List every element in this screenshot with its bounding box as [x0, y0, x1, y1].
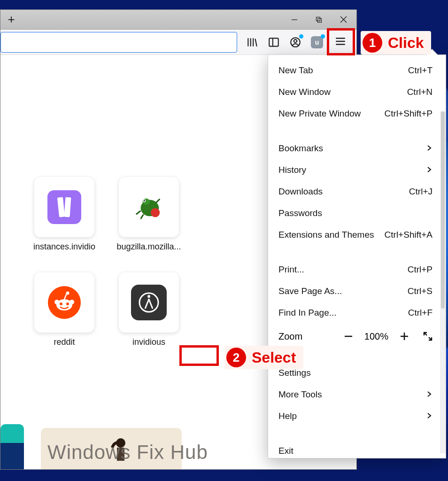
- menu-item-new-private-window[interactable]: New Private Window Ctrl+Shift+P: [268, 103, 446, 124]
- menu-label: Settings: [278, 368, 311, 378]
- shortcut: Ctrl+Shift+P: [385, 109, 433, 119]
- bugzilla-icon: [134, 192, 163, 223]
- tile-label: reddit: [54, 337, 75, 347]
- svg-point-26: [60, 303, 62, 305]
- svg-rect-1: [317, 17, 320, 21]
- tile-label: bugzilla.mozilla...: [116, 242, 181, 252]
- shortcut: Ctrl+N: [407, 87, 433, 97]
- menu-item-save-as[interactable]: Save Page As... Ctrl+S: [268, 280, 446, 302]
- top-site-tile[interactable]: bugzilla.mozilla...: [111, 177, 186, 252]
- menu-label: Exit: [278, 446, 294, 456]
- menu-item-zoom: Zoom 100%: [268, 324, 446, 349]
- fullscreen-button[interactable]: [420, 329, 435, 344]
- menu-scrollbar[interactable]: [440, 111, 446, 453]
- annotation-number: 2: [226, 348, 246, 367]
- invidio-icon: [47, 190, 81, 224]
- ublock-extension-icon[interactable]: u: [308, 33, 326, 52]
- menu-label: Passwords: [278, 208, 322, 218]
- annotation-text: Select: [252, 349, 296, 366]
- top-sites-grid: instances.invidio bugzilla.mozilla..: [27, 177, 186, 347]
- toolbar: u: [0, 30, 356, 55]
- svg-point-21: [144, 200, 145, 202]
- menu-item-history[interactable]: History: [268, 159, 446, 181]
- annotation-step-1: 1 Click: [361, 31, 431, 54]
- zoom-in-button[interactable]: [397, 329, 412, 344]
- svg-line-8: [255, 39, 257, 46]
- thumbnail[interactable]: [0, 424, 24, 469]
- svg-point-30: [147, 295, 150, 298]
- menu-item-extensions[interactable]: Extensions and Themes Ctrl+Shift+A: [268, 224, 446, 246]
- menu-label: Extensions and Themes: [278, 230, 374, 240]
- invidious-icon: [131, 285, 167, 320]
- top-site-tile[interactable]: instances.invidio: [27, 177, 102, 252]
- url-bar[interactable]: [0, 32, 237, 53]
- menu-label: New Window: [278, 87, 331, 97]
- reddit-icon: [48, 286, 81, 319]
- shortcut: Ctrl+Shift+A: [385, 230, 433, 240]
- svg-point-12: [294, 39, 297, 43]
- menu-label: New Tab: [278, 65, 313, 76]
- svg-point-22: [151, 208, 160, 217]
- shortcut: Ctrl+S: [408, 286, 433, 296]
- menu-item-more-tools[interactable]: More Tools: [268, 384, 446, 405]
- annotation-number: 1: [363, 33, 382, 53]
- menu-item-downloads[interactable]: Downloads Ctrl+J: [268, 181, 446, 202]
- svg-rect-16: [57, 197, 65, 217]
- svg-rect-9: [269, 38, 278, 46]
- menu-label: More Tools: [278, 389, 322, 400]
- shortcut: Ctrl+T: [408, 65, 433, 76]
- menu-label: Zoom: [278, 331, 332, 342]
- zoom-value: 100%: [364, 331, 388, 342]
- svg-rect-17: [64, 197, 71, 217]
- svg-point-25: [70, 300, 74, 304]
- chevron-right-icon: [426, 143, 433, 154]
- maximize-button[interactable]: [307, 10, 331, 30]
- shortcut: Ctrl+J: [409, 186, 433, 197]
- bottom-thumbnails: Windows Fix Hub: [0, 413, 263, 469]
- zoom-out-button[interactable]: [341, 329, 356, 344]
- menu-item-bookmarks[interactable]: Bookmarks: [268, 138, 446, 159]
- chevron-right-icon: [426, 165, 433, 175]
- menu-item-find[interactable]: Find In Page... Ctrl+F: [268, 302, 446, 324]
- minimize-button[interactable]: [282, 10, 307, 30]
- menu-label: Print...: [278, 264, 304, 275]
- app-menu-dropdown: New Tab Ctrl+T New Window Ctrl+N New Pri…: [268, 54, 446, 458]
- tile-label: invidious: [132, 337, 165, 347]
- menu-label: Downloads: [278, 186, 323, 197]
- svg-point-24: [54, 300, 59, 304]
- annotation-step-2: 2 Select: [224, 346, 303, 369]
- menu-item-print[interactable]: Print... Ctrl+P: [268, 259, 446, 280]
- tile-label: instances.invidio: [33, 242, 95, 252]
- shortcut: Ctrl+P: [408, 264, 433, 275]
- menu-label: Find In Page...: [278, 308, 337, 318]
- new-tab-button[interactable]: +: [4, 13, 18, 27]
- app-menu-button[interactable]: [329, 31, 352, 54]
- menu-item-new-window[interactable]: New Window Ctrl+N: [268, 81, 446, 103]
- menu-item-new-tab[interactable]: New Tab Ctrl+T: [268, 60, 446, 81]
- menu-label: Bookmarks: [278, 143, 323, 154]
- window-controls: [282, 10, 355, 30]
- top-site-tile[interactable]: invidious: [111, 272, 186, 347]
- menu-label: New Private Window: [278, 109, 361, 119]
- sidebar-icon[interactable]: [264, 33, 283, 52]
- annotation-text: Click: [388, 34, 424, 52]
- chevron-right-icon: [426, 411, 433, 421]
- menu-label: Help: [278, 411, 297, 421]
- close-button[interactable]: [331, 10, 355, 30]
- scrollbar-thumb[interactable]: [441, 111, 445, 309]
- library-icon[interactable]: [243, 33, 262, 52]
- svg-point-28: [66, 292, 70, 295]
- menu-item-passwords[interactable]: Passwords: [268, 202, 446, 224]
- menu-item-exit[interactable]: Exit: [268, 440, 446, 462]
- menu-item-help[interactable]: Help: [268, 405, 446, 427]
- account-icon[interactable]: [286, 33, 305, 52]
- titlebar: +: [0, 10, 356, 30]
- shortcut: Ctrl+F: [408, 308, 433, 318]
- chevron-right-icon: [426, 389, 433, 400]
- svg-point-27: [66, 303, 69, 305]
- hamburger-icon: [334, 35, 347, 49]
- top-site-tile[interactable]: reddit: [27, 272, 102, 347]
- svg-rect-2: [318, 18, 322, 22]
- menu-label: Save Page As...: [278, 286, 342, 296]
- watermark-text: Windows Fix Hub: [47, 441, 208, 464]
